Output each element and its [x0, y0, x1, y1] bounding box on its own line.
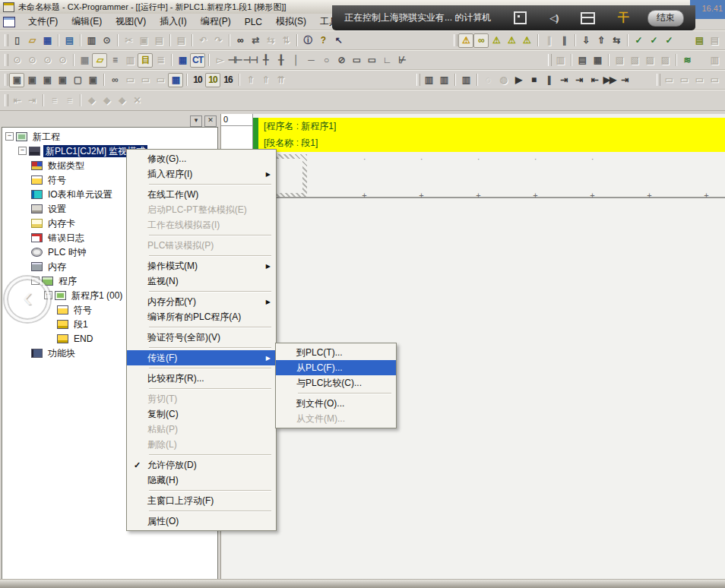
substitute-icon[interactable]: ⇆	[263, 33, 278, 48]
data-trace-icon[interactable]: ⚠	[504, 33, 519, 48]
menu-program[interactable]: 编程(P)	[194, 14, 238, 30]
compile-section-icon[interactable]: ✓	[646, 33, 661, 48]
decimal-monitor-icon[interactable]: 10	[190, 73, 205, 87]
zoom-100-icon[interactable]: ⊙	[55, 53, 70, 68]
submenu-from-file[interactable]: ✓ 从文件(M)... ▶	[276, 411, 396, 426]
rung-wrap-icon[interactable]: ▤	[707, 33, 722, 48]
menu-insert-program[interactable]: ✓ 插入程序(I) ▶	[127, 166, 276, 182]
differential-both-icon[interactable]: ⇈	[273, 73, 288, 87]
split-screen-icon[interactable]	[581, 12, 595, 24]
transfer-program-icon[interactable]: ▥	[552, 53, 568, 68]
menu-hide[interactable]: ✓ 隐藏(H) ▶	[127, 473, 276, 488]
time-chart-monitor-icon[interactable]: ⚠	[519, 33, 534, 48]
toolbar-icon[interactable]	[673, 53, 679, 68]
expand-collapse-icon[interactable]	[18, 147, 27, 155]
sim-step-in-icon[interactable]: ⇥	[571, 73, 587, 87]
menu-plc-pt-simulation[interactable]: ✓ 启动PLC-PT整体模拟(E) ▶	[127, 202, 276, 217]
submenu-from-plc[interactable]: ✓ 从PLC(F)... ▶	[276, 360, 396, 375]
memory-view-icon[interactable]: ▦	[590, 53, 605, 68]
pause-icon[interactable]: ∥	[556, 33, 571, 48]
diff-monitor-icon[interactable]: ⚠	[489, 33, 504, 48]
menu-paste[interactable]: ✓ 粘贴(P) ▶	[127, 422, 276, 437]
new-function-block-icon[interactable]: ▭	[364, 53, 379, 68]
new-horizontal-line-icon[interactable]: ─	[303, 53, 318, 68]
tools-icon[interactable]: 干	[618, 11, 629, 25]
context-menu-item[interactable]: ✓ ▶	[127, 253, 276, 258]
tree-item-new-project[interactable]: 新工程	[2, 129, 217, 144]
signed-decimal-monitor-icon[interactable]: 10	[205, 73, 220, 87]
menu-transfer[interactable]: ✓ 传送(F) ▶	[127, 350, 276, 365]
download-to-plc-icon[interactable]: ⇩	[578, 33, 594, 48]
grid-toggle-icon[interactable]: ▦	[77, 53, 92, 68]
go-to-previous-icon[interactable]: ◆	[114, 93, 129, 108]
menu-plc-error-simulation[interactable]: ✓ PLC错误模拟(P) ▶	[127, 238, 276, 253]
new-connection-icon[interactable]: ∟	[379, 53, 394, 68]
differential-down-icon[interactable]: ⇑	[258, 73, 273, 87]
find-icon[interactable]: ∞	[233, 33, 248, 48]
ft-view4-icon[interactable]: ▭	[707, 73, 722, 87]
monitor-pairs-icon[interactable]: ▭	[138, 73, 153, 87]
retrace-icon[interactable]: ⇅	[278, 33, 293, 48]
ladder-window-icon[interactable]	[3, 17, 15, 27]
print-icon[interactable]: ▥	[84, 33, 99, 48]
check-program-icon[interactable]: ▤	[62, 33, 77, 48]
context-menu-item[interactable]: ✓ ▶	[127, 345, 276, 350]
io-multiple-view-icon[interactable]: ▦	[175, 53, 190, 68]
sim-step-run-icon[interactable]: ⇥	[556, 73, 571, 87]
cut-icon[interactable]: ✂	[121, 33, 136, 48]
symbol-table-icon[interactable]: ▱	[92, 53, 107, 68]
replace-icon[interactable]: ⇄	[248, 33, 263, 48]
ct-view-icon[interactable]: CT	[190, 53, 205, 68]
toolbar-icon[interactable]	[451, 73, 458, 87]
toolbar-icon[interactable]	[346, 33, 452, 48]
menu-simulation[interactable]: 模拟(S)	[269, 14, 313, 30]
submenu-to-plc[interactable]: ✓ 到PLC(T)... ▶	[276, 345, 396, 360]
ft-view2-icon[interactable]: ▭	[676, 73, 692, 87]
context-menu-item[interactable]: ✓ ▶	[127, 452, 276, 457]
toolbar-icon[interactable]	[100, 73, 107, 87]
toolbar-icon[interactable]	[695, 53, 707, 68]
properties-window-icon[interactable]: ▣	[85, 73, 100, 87]
new-closed-coil-icon[interactable]: ⊘	[334, 53, 349, 68]
sim-online-icon[interactable]: ▥	[421, 73, 436, 87]
context-menu-item[interactable]: ✓ ▶	[127, 232, 276, 238]
zoom-out-icon[interactable]: ⊙	[24, 53, 40, 68]
context-menu-item[interactable]: ✓ ▶	[127, 508, 276, 514]
compare-with-plc-icon[interactable]: ⇆	[609, 33, 624, 48]
toolbar-icon[interactable]	[77, 93, 84, 108]
submenu-compare-with-plc[interactable]: ✓ 与PLC比较(C)... ▶	[276, 375, 396, 390]
toolbar-icon[interactable]	[410, 53, 546, 68]
go-to-rung-icon[interactable]: ◆	[84, 93, 99, 108]
menu-float-on-main-window[interactable]: ✓ 主窗口上浮动(F) ▶	[127, 493, 276, 508]
toolbar-icon[interactable]	[77, 33, 84, 48]
new-instruction-icon[interactable]: ▭	[349, 53, 364, 68]
sim-scan-icon[interactable]: ▥	[436, 73, 451, 87]
monitor-data-icon[interactable]: ∞	[107, 73, 122, 87]
io-comment-view-icon[interactable]: ▤	[692, 33, 707, 48]
pause-monitor-icon[interactable]: ∥	[541, 33, 556, 48]
watch-window2-icon[interactable]: ▣	[40, 73, 55, 87]
open-file-icon[interactable]: ▱	[24, 33, 40, 48]
zoom-to-fit-icon[interactable]: ⊙	[40, 53, 55, 68]
new-coil-icon[interactable]: ○	[318, 53, 334, 68]
outdent-icon[interactable]: ⇤	[9, 93, 24, 108]
sim-pause-icon[interactable]: ∥	[541, 73, 556, 87]
section-list-icon[interactable]: 目	[138, 53, 153, 68]
info-icon[interactable]: ⓘ	[300, 33, 315, 48]
context-menu-item[interactable]: ✓ ▶	[127, 289, 276, 294]
dec-view-icon[interactable]: ▦	[168, 73, 183, 87]
new-contact-icon[interactable]: ⊣⊢	[227, 53, 242, 68]
new-file-icon[interactable]: ▯	[9, 33, 24, 48]
expand-collapse-icon[interactable]	[5, 132, 14, 141]
context-menu-item[interactable]: ✓ ▶	[127, 324, 276, 330]
force-cancel-icon[interactable]: ▨	[642, 53, 657, 68]
toolbar-icon[interactable]	[40, 93, 46, 108]
sim-stop-icon[interactable]: ■	[526, 73, 541, 87]
compile-program-icon[interactable]: ✓	[631, 33, 646, 48]
menu-file[interactable]: 文件(F)	[21, 14, 65, 30]
rung-annotation-icon[interactable]: ≡	[62, 93, 77, 108]
context-menu-item[interactable]: ✓ ▶	[127, 365, 276, 371]
monitor-icon[interactable]: ∞	[473, 33, 489, 48]
menu-compile-all-plc-programs[interactable]: ✓ 编译所有的PLC程序(A) ▶	[127, 309, 276, 324]
context-menu-item[interactable]: ✓ ▶	[127, 182, 276, 187]
